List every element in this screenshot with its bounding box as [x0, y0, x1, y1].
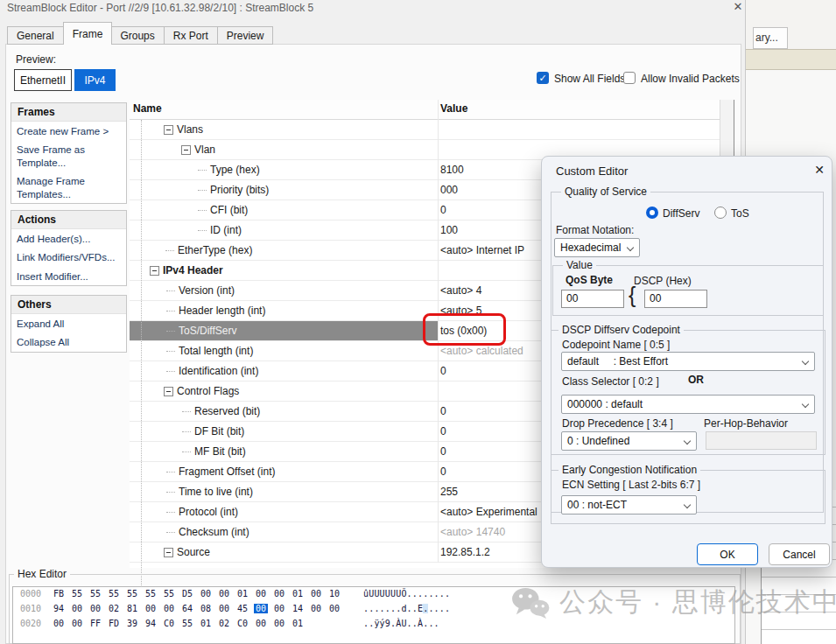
tree-row-vlans[interactable]: Vlans [130, 120, 720, 140]
hex-byte[interactable]: 00 [327, 604, 341, 613]
sidebar-item-collapse-all[interactable]: Collapse All [11, 332, 126, 351]
hex-byte[interactable]: 00 [217, 589, 231, 598]
qos-byte-input[interactable]: 00 [561, 290, 624, 308]
collapse-icon[interactable] [164, 548, 173, 557]
tos-radio[interactable] [714, 206, 727, 219]
hex-byte[interactable]: 94 [52, 604, 66, 613]
sidebar-item-link-modifiers-vfds[interactable]: Link Modifiers/VFDs... [11, 248, 126, 266]
hex-byte[interactable]: 81 [125, 604, 139, 613]
tree-name-cell[interactable]: MF Bit (bit) [130, 442, 438, 461]
ipv4-button[interactable]: IPv4 [74, 69, 116, 91]
tree-name-cell[interactable]: Source [130, 542, 438, 562]
hex-byte[interactable]: 55 [107, 589, 121, 598]
hex-byte[interactable]: 00 [199, 589, 213, 598]
hex-byte[interactable]: 45 [235, 604, 249, 613]
hex-byte[interactable]: 00 [254, 589, 268, 598]
hex-byte[interactable]: 00 [309, 589, 323, 598]
hex-byte[interactable]: 02 [217, 619, 231, 628]
dscp-hex-input[interactable]: 00 [644, 290, 707, 308]
sidebar-item-manage-frame-templates[interactable]: Manage Frame Templates... [11, 172, 126, 203]
ecn-setting-dropdown[interactable]: 00 : not-ECT [561, 495, 697, 514]
tree-name-cell[interactable]: Type (hex) [130, 160, 438, 179]
hex-byte[interactable]: 10 [327, 589, 341, 598]
class-selector-dropdown[interactable]: 000000 : default [561, 395, 815, 414]
hex-byte[interactable]: 01 [235, 589, 249, 598]
tree-name-cell[interactable]: IPv4 Header [130, 261, 438, 280]
tree-name-cell[interactable]: DF Bit (bit) [130, 422, 438, 441]
tree-name-cell[interactable]: Total length (int) [130, 341, 438, 360]
tab-rx-port[interactable]: Rx Port [165, 26, 218, 45]
tree-name-cell[interactable]: Identification (int) [130, 361, 438, 381]
hex-byte[interactable]: 64 [180, 604, 194, 613]
tree-name-cell[interactable]: ToS/DiffServ [130, 321, 438, 340]
hex-byte[interactable]: C0 [162, 619, 176, 628]
hex-byte[interactable]: 00 [217, 604, 231, 613]
hex-byte[interactable]: 00 [254, 619, 268, 628]
hex-byte[interactable]: 00 [272, 619, 286, 628]
hex-byte[interactable]: 39 [125, 619, 139, 628]
tree-name-cell[interactable]: Priority (bits) [130, 180, 438, 200]
hex-byte[interactable]: 00 [70, 619, 84, 628]
hex-byte[interactable]: 94 [144, 619, 158, 628]
drop-precedence-dropdown[interactable]: 0 : Undefined [561, 431, 697, 451]
tree-name-cell[interactable]: Vlan [130, 140, 438, 159]
tree-name-cell[interactable]: Version (int) [130, 281, 438, 300]
hex-byte[interactable]: 00 [272, 604, 286, 613]
collapse-icon[interactable] [181, 145, 191, 155]
hex-byte[interactable]: D5 [180, 589, 194, 598]
ethernetii-button[interactable]: EthernetII [14, 69, 72, 91]
sidebar-item-add-header-s[interactable]: Add Header(s)... [11, 229, 126, 248]
tree-name-cell[interactable]: Protocol (int) [130, 502, 438, 522]
hex-byte[interactable]: 00 [309, 604, 323, 613]
close-icon[interactable]: ✕ [730, 0, 746, 14]
show-all-fields-checkbox[interactable]: ✓ [537, 72, 549, 84]
hex-byte[interactable]: FD [107, 619, 121, 628]
tab-preview[interactable]: Preview [218, 26, 274, 45]
hex-byte[interactable]: 55 [144, 589, 158, 598]
hex-byte[interactable]: 00 [254, 604, 268, 613]
hex-byte[interactable]: 00 [52, 619, 66, 628]
hex-byte[interactable]: 01 [291, 589, 305, 598]
hex-byte[interactable]: 00 [88, 604, 102, 613]
background-window-tab[interactable]: ary... [753, 27, 788, 49]
hex-byte[interactable]: 08 [199, 604, 213, 613]
hex-byte[interactable]: 14 [291, 604, 305, 613]
ok-button[interactable]: OK [697, 543, 758, 565]
hex-byte[interactable]: 01 [291, 619, 305, 628]
tree-name-cell[interactable]: Reserved (bit) [130, 402, 438, 421]
dialog-close-icon[interactable]: ✕ [811, 163, 827, 177]
sidebar-item-save-frame-as-template[interactable]: Save Frame as Template... [11, 140, 126, 172]
tos-radio-label[interactable]: ToS [731, 207, 749, 220]
tab-general[interactable]: General [7, 26, 64, 45]
sidebar-item-insert-modifier[interactable]: Insert Modifier... [11, 267, 126, 285]
tree-name-cell[interactable]: Header length (int) [130, 301, 438, 320]
tree-value-cell[interactable] [438, 120, 720, 139]
hex-byte[interactable]: 02 [107, 604, 121, 613]
tree-name-cell[interactable]: Fragment Offset (int) [130, 462, 438, 481]
hex-byte[interactable]: 01 [199, 619, 213, 628]
sidebar-item-create-new-frame[interactable]: Create new Frame > [11, 122, 126, 140]
diffserv-radio[interactable] [646, 206, 658, 219]
diffserv-radio-label[interactable]: DiffServ [663, 207, 699, 220]
hex-byte[interactable]: C0 [235, 619, 249, 628]
tree-name-cell[interactable]: CFI (bit) [130, 200, 438, 220]
tree-name-cell[interactable]: ID (int) [130, 220, 438, 240]
hex-byte[interactable]: 00 [272, 589, 286, 598]
tab-frame[interactable]: Frame [63, 22, 113, 45]
tree-name-cell[interactable]: Checksum (int) [130, 522, 438, 542]
format-notation-dropdown[interactable]: Hexadecimal [554, 238, 640, 257]
hex-byte[interactable]: 55 [162, 589, 176, 598]
hex-byte[interactable]: 00 [162, 604, 176, 613]
tree-name-cell[interactable]: Time to live (int) [130, 482, 438, 501]
codepoint-name-dropdown[interactable]: default : Best Effort [561, 352, 815, 371]
hex-byte[interactable]: 55 [180, 619, 194, 628]
tree-name-cell[interactable]: EtherType (hex) [130, 241, 438, 260]
collapse-icon[interactable] [150, 266, 159, 276]
hex-byte[interactable]: 55 [70, 589, 84, 598]
hex-byte[interactable]: FF [88, 619, 102, 628]
tree-name-cell[interactable]: Control Flags [130, 382, 438, 401]
hex-byte[interactable]: 00 [70, 604, 84, 613]
hex-byte[interactable]: 55 [125, 589, 139, 598]
cancel-button[interactable]: Cancel [769, 543, 830, 565]
collapse-icon[interactable] [164, 125, 173, 135]
